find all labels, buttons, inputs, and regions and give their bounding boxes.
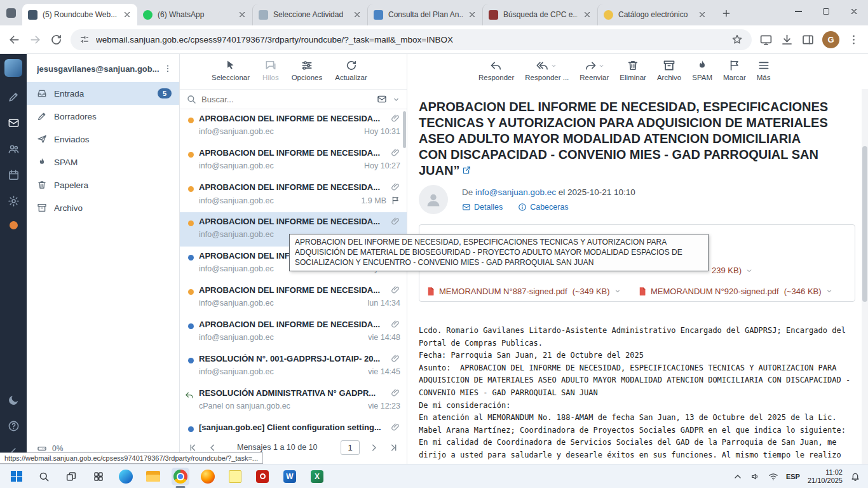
details-link[interactable]: Detalles bbox=[462, 203, 503, 212]
widgets-button[interactable] bbox=[90, 468, 107, 485]
taskbar-chrome-active[interactable] bbox=[172, 468, 189, 485]
browser-menu-icon[interactable] bbox=[847, 33, 860, 46]
search-options-chevron-icon[interactable] bbox=[392, 95, 400, 104]
search-input[interactable] bbox=[201, 95, 372, 104]
contacts-nav-icon[interactable] bbox=[8, 143, 20, 155]
notifications-icon[interactable] bbox=[850, 471, 860, 482]
sidebar-item-entrada[interactable]: Entrada 5 bbox=[27, 82, 179, 105]
tab-close-icon[interactable] bbox=[123, 10, 132, 19]
search-scope-mail-icon[interactable] bbox=[377, 94, 387, 104]
sidebar-item-papelera[interactable]: Papelera bbox=[27, 173, 179, 196]
help-icon[interactable] bbox=[8, 420, 20, 432]
tab-close-icon[interactable] bbox=[698, 10, 707, 19]
refresh-button[interactable]: Actualizar bbox=[335, 59, 367, 81]
taskbar-search-button[interactable] bbox=[35, 468, 53, 485]
message-list-item[interactable]: RESOLUCIÓN ADMINISTRATIVA N° GADPR... cP… bbox=[180, 384, 407, 418]
page-number-input[interactable]: 1 bbox=[341, 440, 360, 455]
flag-icon[interactable] bbox=[391, 196, 400, 205]
calendar-nav-icon[interactable] bbox=[8, 169, 20, 181]
taskbar-excel[interactable]: X bbox=[308, 468, 326, 485]
taskbar-edge[interactable] bbox=[117, 468, 135, 485]
compose-icon[interactable] bbox=[8, 91, 20, 103]
settings-nav-icon[interactable] bbox=[8, 195, 20, 207]
browser-tab-plan[interactable]: Consulta del Plan An... bbox=[367, 4, 482, 25]
taskbar-notes[interactable] bbox=[226, 468, 244, 485]
message-list-item[interactable]: APROBACION DEL INFORME DE NECESIDA... in… bbox=[180, 315, 407, 349]
taskbar-acrobat[interactable] bbox=[254, 468, 271, 485]
new-tab-button[interactable] bbox=[717, 4, 735, 22]
send-to-device-icon[interactable] bbox=[759, 33, 773, 46]
reply-all-button[interactable]: Responder ... bbox=[525, 59, 569, 81]
chevron-down-icon[interactable] bbox=[598, 62, 605, 69]
side-panel-icon[interactable] bbox=[801, 33, 815, 46]
sidebar-item-spam[interactable]: SPAM bbox=[27, 151, 179, 173]
sidebar-item-borradores[interactable]: Borradores bbox=[27, 105, 179, 128]
attachment-menu-chevron-icon[interactable] bbox=[825, 287, 833, 295]
tray-expand-icon[interactable] bbox=[733, 471, 743, 482]
taskbar-word[interactable]: W bbox=[281, 468, 299, 485]
sender-email-link[interactable]: info@sanjuan.gob.ec bbox=[475, 187, 556, 197]
downloads-icon[interactable] bbox=[780, 33, 794, 46]
tab-close-icon[interactable] bbox=[353, 10, 362, 19]
delete-button[interactable]: Eliminar bbox=[620, 59, 646, 81]
chevron-down-icon[interactable] bbox=[550, 62, 557, 69]
threads-button[interactable]: Hilos bbox=[262, 59, 279, 81]
message-list-item[interactable]: APROBACION DEL INFORME DE NECESIDA... in… bbox=[180, 281, 407, 315]
browser-tab-catalogo[interactable]: Catálogo electrónico bbox=[597, 4, 712, 25]
attachment-item[interactable]: MEMORANDUM N°887-signed.pdf (~349 KB) bbox=[426, 283, 637, 299]
taskbar-clock[interactable]: 11:02 21/10/2025 bbox=[808, 468, 843, 485]
attachment-item[interactable]: MEMORANDUM N°920-signed.pdf (~346 KB) bbox=[637, 283, 833, 299]
window-close-button[interactable] bbox=[840, 0, 868, 23]
message-list-item[interactable]: APROBACION DEL INFORME DE NECESIDA... in… bbox=[180, 178, 407, 212]
url-text[interactable]: webmail.sanjuan.gob.ec/cpsess9740179367/… bbox=[96, 35, 725, 44]
attachment-item-partially-hidden[interactable]: 239 KB) bbox=[712, 266, 753, 275]
headers-link[interactable]: Cabeceras bbox=[518, 203, 568, 212]
archive-button[interactable]: Archivo bbox=[657, 59, 681, 81]
browser-tab-whatsapp[interactable]: (6) WhatsApp bbox=[137, 4, 252, 25]
taskbar-firefox[interactable] bbox=[199, 468, 217, 485]
window-maximize-button[interactable] bbox=[812, 0, 840, 23]
mail-nav-icon[interactable] bbox=[8, 117, 20, 129]
scrollbar-thumb[interactable] bbox=[862, 146, 867, 302]
tab-close-icon[interactable] bbox=[468, 10, 477, 19]
browser-tab-actividad[interactable]: Seleccione Actividad bbox=[252, 4, 367, 25]
sidebar-item-archivo[interactable]: Archivo bbox=[27, 196, 179, 219]
sidebar-item-enviados[interactable]: Enviados bbox=[27, 128, 179, 151]
message-list-item[interactable]: APROBACION DEL INFORME DE NECESIDA... in… bbox=[180, 109, 407, 144]
browser-tab-cpc[interactable]: Búsqueda de CPC e... bbox=[482, 4, 597, 25]
mark-button[interactable]: Marcar bbox=[723, 59, 746, 81]
back-button[interactable] bbox=[8, 33, 21, 46]
reply-button[interactable]: Responder bbox=[478, 59, 514, 81]
message-list-item[interactable]: RESOLUCIÓN N°. 001-GADPRSJ-LOTAIP- 20...… bbox=[180, 349, 407, 384]
last-page-icon[interactable] bbox=[388, 442, 399, 453]
more-button[interactable]: Más bbox=[757, 59, 771, 81]
browser-tab-roundcube[interactable]: (5) Roundcube Web... bbox=[22, 4, 137, 25]
account-menu-icon[interactable] bbox=[163, 64, 173, 74]
taskbar-file-explorer[interactable] bbox=[144, 468, 162, 485]
message-list-item[interactable]: APROBACION DEL INFORME DE NECESIDA... in… bbox=[180, 144, 407, 178]
bookmark-star-icon[interactable] bbox=[731, 34, 743, 45]
list-scrollbar[interactable] bbox=[403, 111, 406, 148]
window-minimize-button[interactable] bbox=[784, 0, 812, 23]
attachment-menu-chevron-icon[interactable] bbox=[745, 267, 753, 274]
forward-button[interactable] bbox=[29, 33, 42, 46]
tab-close-icon[interactable] bbox=[583, 10, 592, 19]
start-button[interactable] bbox=[8, 468, 25, 485]
spam-button[interactable]: SPAM bbox=[692, 59, 712, 81]
reload-button[interactable] bbox=[50, 33, 63, 46]
network-icon[interactable] bbox=[768, 471, 778, 482]
dark-mode-toggle-icon[interactable] bbox=[8, 394, 20, 406]
tab-search-icon[interactable] bbox=[6, 8, 16, 18]
forward-button[interactable]: Reenviar bbox=[580, 59, 609, 81]
cpanel-icon[interactable] bbox=[10, 221, 18, 229]
site-settings-icon[interactable] bbox=[79, 34, 90, 44]
language-indicator[interactable]: ESP bbox=[786, 473, 800, 480]
reading-pane-scrollbar[interactable] bbox=[862, 89, 868, 464]
select-button[interactable]: Seleccionar bbox=[212, 59, 250, 81]
profile-avatar[interactable]: G bbox=[822, 31, 839, 48]
first-page-icon[interactable] bbox=[187, 442, 198, 453]
next-page-icon[interactable] bbox=[369, 442, 379, 453]
prev-page-icon[interactable] bbox=[207, 442, 218, 453]
volume-icon[interactable] bbox=[750, 471, 761, 482]
attachment-menu-chevron-icon[interactable] bbox=[614, 287, 621, 295]
